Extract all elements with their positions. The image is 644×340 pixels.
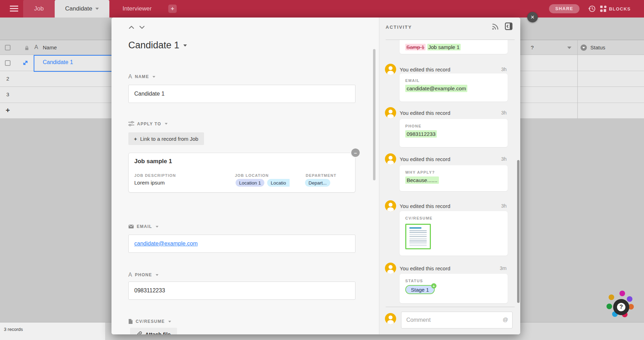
tab-interviewer[interactable]: Interviewer	[118, 0, 156, 18]
department-chip: Depart...	[305, 179, 330, 187]
blocks-icon	[600, 6, 606, 12]
activity-author: You edited this record	[400, 200, 450, 211]
sliders-icon	[128, 121, 134, 126]
chevron-down-icon	[156, 274, 158, 276]
question-mark-icon: ?	[613, 299, 629, 315]
linked-record-card[interactable]: Job sample 1 JOB DESCRIPTION JOB LOCATIO…	[128, 153, 355, 193]
field-label-cv[interactable]: CV/RESUME	[128, 319, 171, 324]
activity-time: 3h	[501, 107, 507, 118]
chevron-down-icon	[183, 44, 187, 47]
avatar	[385, 313, 396, 324]
chevron-down-icon[interactable]	[567, 47, 571, 49]
tab-candidate-label: Candidate	[65, 5, 93, 12]
expand-record-icon[interactable]	[22, 60, 28, 67]
expanded-record-modal: Candidate 1 A NAME APPLY TO + Link to a …	[111, 18, 520, 334]
column-header-name[interactable]: Name	[43, 44, 57, 50]
activity-time: 3h	[501, 200, 507, 211]
column-header-hidden[interactable]: ?	[531, 44, 534, 50]
card-field-label: DEPARTMENT	[306, 173, 337, 178]
activity-time: 3h	[501, 153, 507, 165]
share-label: SHARE	[555, 6, 573, 11]
help-button[interactable]: ?	[613, 299, 629, 315]
field-label-phone[interactable]: A PHONE	[128, 272, 158, 278]
activity-card: CV/RESUME	[400, 211, 508, 256]
hamburger-menu-icon[interactable]	[10, 6, 18, 12]
history-icon[interactable]	[588, 5, 596, 13]
record-title[interactable]: Candidate 1	[128, 40, 187, 51]
scrollbar[interactable]	[373, 49, 375, 180]
text-field-icon: A	[128, 272, 132, 278]
activity-author: You edited this record	[400, 107, 450, 118]
blocks-button[interactable]: BLOCKS	[600, 5, 631, 13]
comment-input[interactable]	[401, 312, 513, 328]
envelope-icon	[128, 224, 134, 229]
blocks-label: BLOCKS	[609, 6, 631, 12]
field-label-apply-to[interactable]: APPLY TO	[128, 121, 168, 126]
avatar	[385, 263, 396, 274]
text-field-icon: A	[128, 74, 132, 80]
mention-icon[interactable]: @	[503, 317, 508, 322]
resume-attachment-thumbnail[interactable]	[405, 224, 431, 249]
activity-title: ACTIVITY	[386, 25, 412, 30]
plus-icon: +	[6, 106, 10, 115]
activity-card: WHY APPLY? Because.......	[400, 165, 508, 191]
file-icon	[128, 319, 133, 324]
field-label-email[interactable]: EMAIL	[128, 224, 158, 229]
activity-card: PHONE 0983112233	[400, 119, 508, 147]
tab-candidate[interactable]: Candidate	[55, 0, 109, 18]
linked-record-title: Job sample 1	[134, 158, 172, 165]
field-label-name[interactable]: A NAME	[128, 74, 155, 80]
top-bar: Job Candidate Interviewer + SHARE BLOCKS	[0, 0, 644, 18]
record-count: 3 records	[4, 327, 23, 332]
field-label-text: APPLY TO	[137, 122, 161, 126]
link-record-button[interactable]: + Link to a record from Job	[128, 132, 204, 145]
next-record-button[interactable]	[138, 24, 147, 32]
select-all-checkbox[interactable]	[5, 45, 11, 50]
location-chip: Locatio	[267, 179, 290, 187]
activity-author: You edited this record	[400, 263, 450, 274]
card-field-value: Lorem ipsum	[134, 180, 165, 186]
collapse-panel-icon[interactable]	[505, 22, 513, 30]
feed-icon[interactable]	[492, 23, 499, 32]
help-dot-magenta	[619, 291, 625, 296]
avatar	[385, 107, 396, 118]
field-label-text: NAME	[135, 74, 149, 79]
scrollbar[interactable]	[517, 160, 520, 303]
added-value: Job sample 1	[427, 44, 461, 50]
activity-card: Samp 1 Job sample 1	[400, 40, 508, 54]
share-button[interactable]: SHARE	[549, 4, 579, 13]
chevron-down-icon	[165, 123, 168, 125]
resume-thumb-lines	[409, 230, 427, 246]
card-field-label: STATUS	[405, 279, 423, 283]
card-field-label: CV/RESUME	[405, 216, 433, 220]
email-field[interactable]: candidate@example.com	[128, 235, 355, 253]
chevron-down-icon	[95, 8, 99, 10]
avatar	[385, 153, 396, 165]
row-checkbox[interactable]	[5, 60, 11, 66]
close-icon[interactable]: ×	[527, 12, 538, 22]
row-number: 2	[6, 76, 9, 82]
added-value: Because.......	[405, 176, 439, 184]
attach-file-button[interactable]: Attach file	[130, 328, 177, 334]
phone-field-input[interactable]	[128, 282, 355, 300]
activity-card: STATUS Stage 1 +	[400, 274, 508, 303]
add-table-button[interactable]: +	[168, 5, 177, 13]
unlink-record-button[interactable]: –	[351, 148, 360, 157]
plus-icon: +	[134, 136, 137, 142]
previous-record-button[interactable]	[128, 24, 136, 32]
status-badge-label: Stage 1	[411, 287, 429, 293]
tab-job[interactable]: Job	[23, 0, 55, 18]
plus-icon: +	[431, 283, 436, 289]
record-title-label: Candidate 1	[128, 40, 179, 51]
name-field-input[interactable]	[128, 85, 355, 103]
text-field-icon: A	[34, 44, 38, 50]
cell-name[interactable]: Candidate 1	[43, 59, 73, 65]
field-label-text: CV/RESUME	[136, 319, 165, 324]
row-number: 3	[6, 91, 9, 97]
help-dot-purple	[627, 296, 632, 302]
activity-author: You edited this record	[400, 153, 450, 165]
email-link[interactable]: candidate@example.com	[134, 241, 198, 247]
status-badge: Stage 1 +	[405, 285, 435, 294]
added-value: 0983112233	[405, 130, 437, 138]
column-header-status[interactable]: Status	[590, 44, 605, 50]
